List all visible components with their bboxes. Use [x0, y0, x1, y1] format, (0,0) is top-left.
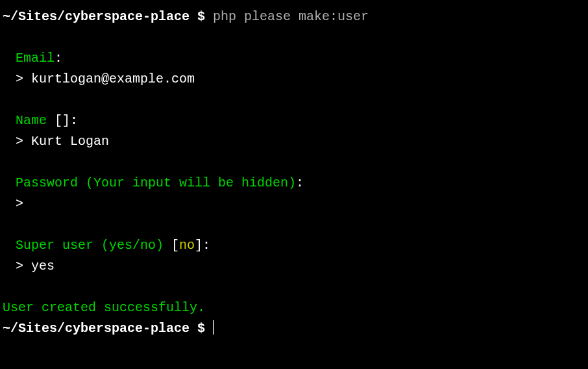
- input-prefix: >: [16, 196, 31, 211]
- name-label: Name: [16, 113, 55, 128]
- email-prompt-line: Email:: [3, 48, 585, 69]
- name-value: Kurt Logan: [31, 134, 109, 149]
- email-label: Email: [16, 51, 55, 66]
- password-prompt-line: Password (Your input will be hidden):: [3, 173, 585, 194]
- password-input-line[interactable]: >: [3, 194, 585, 214]
- email-input-line[interactable]: > kurtlogan@example.com: [3, 69, 585, 90]
- cwd-path: ~/Sites/cyberspace-place: [3, 9, 190, 24]
- superuser-default: no: [179, 238, 195, 253]
- bracket-open: [: [171, 238, 179, 253]
- superuser-label: Super user (yes/no): [16, 238, 171, 253]
- success-message: User created successfully.: [3, 300, 205, 315]
- prompt-sep: $: [190, 9, 213, 24]
- prompt-sep: $: [190, 321, 213, 336]
- input-prefix: >: [16, 259, 31, 274]
- command-text: php please make:user: [213, 9, 369, 24]
- bracket-close: ]: [62, 113, 70, 128]
- prompt-line-1: ~/Sites/cyberspace-place $ php please ma…: [3, 6, 585, 27]
- blank-line: [3, 277, 585, 298]
- input-prefix: >: [16, 134, 31, 149]
- success-line: User created successfully.: [3, 298, 585, 318]
- colon: :: [202, 238, 210, 253]
- bracket-open: [: [55, 113, 62, 128]
- blank-line: [3, 152, 585, 173]
- blank-line: [3, 90, 585, 110]
- blank-line: [3, 27, 585, 48]
- cursor-icon: [213, 320, 214, 335]
- input-prefix: >: [16, 71, 31, 86]
- name-input-line[interactable]: > Kurt Logan: [3, 131, 585, 152]
- colon: :: [70, 113, 78, 128]
- colon: :: [55, 51, 62, 66]
- prompt-line-2[interactable]: ~/Sites/cyberspace-place $: [3, 318, 585, 339]
- cwd-path: ~/Sites/cyberspace-place: [3, 321, 190, 336]
- bracket-close: ]: [195, 238, 202, 253]
- email-value: kurtlogan@example.com: [31, 71, 195, 86]
- superuser-value: yes: [31, 259, 55, 274]
- name-prompt-line: Name []:: [3, 110, 585, 131]
- password-label: Password (Your input will be hidden): [16, 175, 296, 190]
- superuser-input-line[interactable]: > yes: [3, 256, 585, 277]
- colon: :: [296, 175, 304, 190]
- blank-line: [3, 214, 585, 235]
- superuser-prompt-line: Super user (yes/no) [no]:: [3, 235, 585, 256]
